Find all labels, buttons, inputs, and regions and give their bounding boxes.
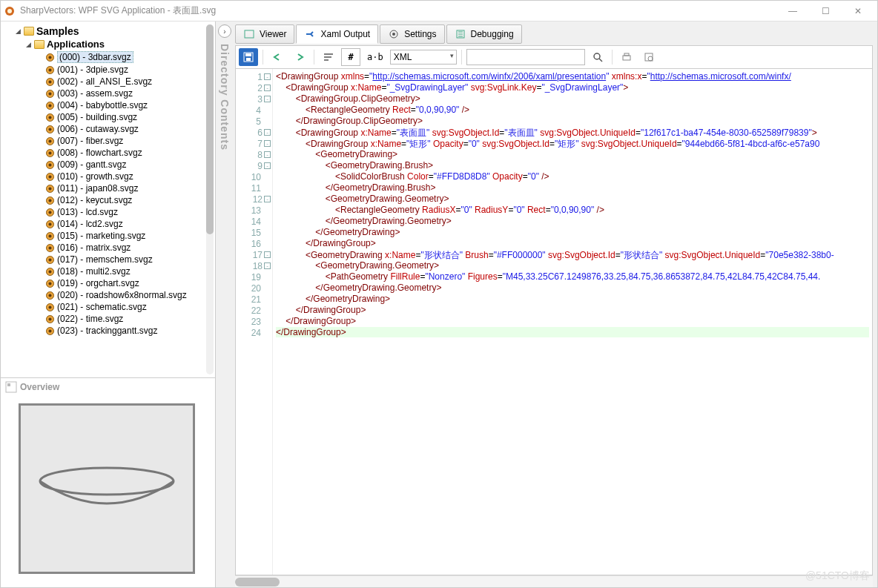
close-button[interactable]: ✕ xyxy=(842,1,874,21)
tree-item[interactable]: (021) - schematic.svgz xyxy=(45,301,212,313)
gear-icon xyxy=(45,219,55,229)
splitter[interactable]: › Directory Contents xyxy=(216,22,234,587)
tree-item[interactable]: (013) - lcd.svgz xyxy=(45,206,212,218)
overview-preview xyxy=(19,403,195,574)
svg-point-27 xyxy=(49,199,52,202)
tree-item[interactable]: (017) - memschem.svgz xyxy=(45,254,212,265)
tree-item-label: (008) - flowchart.svgz xyxy=(57,148,142,158)
gear-icon xyxy=(45,101,55,110)
gear-icon xyxy=(45,77,55,87)
tab-settings[interactable]: Settings xyxy=(380,24,444,44)
svg-rect-63 xyxy=(624,53,629,56)
svg-point-11 xyxy=(49,104,52,107)
tree-item[interactable]: (022) - time.svgz xyxy=(45,313,212,325)
horizontal-scrollbar[interactable] xyxy=(235,575,873,587)
print-button[interactable] xyxy=(617,48,636,66)
fold-icon[interactable]: - xyxy=(264,73,271,80)
fold-icon[interactable]: - xyxy=(264,162,271,169)
fold-icon[interactable]: - xyxy=(264,129,271,136)
tree-item-label: (010) - growth.svgz xyxy=(57,171,133,182)
gear-icon xyxy=(45,172,55,182)
scrollbar-thumb[interactable] xyxy=(235,578,280,587)
svg-point-43 xyxy=(49,294,52,297)
fold-icon[interactable]: - xyxy=(264,262,271,269)
tree-item[interactable]: (020) - roadshow6x8normal.svgz xyxy=(45,289,212,301)
caret-icon[interactable]: ◢ xyxy=(24,41,32,48)
gear-icon xyxy=(45,53,55,62)
svg-point-19 xyxy=(49,151,52,154)
minimize-button[interactable]: — xyxy=(776,1,809,21)
splitter-collapse-icon[interactable]: › xyxy=(218,24,231,38)
tree-item-label: (006) - cutaway.svgz xyxy=(57,124,139,134)
tree-item-label: (017) - memschem.svgz xyxy=(57,254,153,265)
gear-icon xyxy=(45,125,55,134)
svg-rect-51 xyxy=(7,383,10,386)
gear-icon xyxy=(45,314,55,324)
redo-button[interactable] xyxy=(290,48,309,66)
svg-point-13 xyxy=(49,116,52,119)
tree-item[interactable]: (010) - growth.svgz xyxy=(45,171,212,182)
svg-point-49 xyxy=(49,329,52,332)
save-button[interactable] xyxy=(239,48,258,66)
fold-icon[interactable]: - xyxy=(264,196,271,202)
tree-item[interactable]: (016) - matrix.svgz xyxy=(45,242,212,254)
tree-item[interactable]: (015) - marketing.svgz xyxy=(45,230,212,242)
fold-icon[interactable]: - xyxy=(264,251,271,258)
tree-item-label: (009) - gantt.svgz xyxy=(57,159,126,170)
tree-item[interactable]: (000) - 3dbar.svgz xyxy=(45,50,212,64)
tree-item[interactable]: (011) - japan08.svgz xyxy=(45,182,212,194)
tree-apps[interactable]: ◢ Applications xyxy=(24,38,212,50)
tree-item-label: (019) - orgchart.svgz xyxy=(57,278,139,288)
tree-item[interactable]: (005) - building.svgz xyxy=(45,111,212,123)
fold-icon[interactable]: - xyxy=(264,96,271,102)
fold-icon[interactable]: - xyxy=(264,85,271,91)
svg-point-39 xyxy=(49,270,52,273)
undo-button[interactable] xyxy=(268,48,287,66)
caret-icon[interactable]: ◢ xyxy=(14,27,22,35)
fold-icon[interactable]: - xyxy=(264,140,271,147)
tree-item[interactable]: (014) - lcd2.svgz xyxy=(45,218,212,230)
tree-item-label: (012) - keycut.svgz xyxy=(57,195,132,205)
fold-icon[interactable]: - xyxy=(264,151,271,158)
tree-scrollbar[interactable] xyxy=(206,24,214,374)
tree-item[interactable]: (018) - multi2.svgz xyxy=(45,265,212,277)
svg-point-65 xyxy=(648,56,653,61)
tab-icon xyxy=(243,28,255,40)
svg-point-55 xyxy=(392,33,395,36)
language-select[interactable]: XML xyxy=(390,50,457,65)
tree-item[interactable]: (019) - orgchart.svgz xyxy=(45,277,212,289)
wordwrap-button[interactable] xyxy=(319,48,338,66)
search-input[interactable] xyxy=(466,49,585,65)
scrollbar-thumb[interactable] xyxy=(206,24,214,234)
print-preview-button[interactable] xyxy=(639,48,658,66)
svg-point-29 xyxy=(49,211,52,214)
ab-button[interactable]: a·b xyxy=(363,48,387,66)
tab-debugging[interactable]: Debugging xyxy=(446,24,522,44)
svg-point-35 xyxy=(49,246,52,249)
tree-item[interactable]: (006) - cutaway.svgz xyxy=(45,123,212,135)
gear-icon xyxy=(45,326,55,336)
tree-item[interactable]: (002) - all_ANSI_E.svgz xyxy=(45,76,212,87)
maximize-button[interactable]: ☐ xyxy=(809,1,842,21)
tree-root[interactable]: ◢ Samples xyxy=(14,24,212,38)
tab-xaml-output[interactable]: Xaml Output xyxy=(296,24,378,44)
tree-item[interactable]: (003) - assem.svgz xyxy=(45,87,212,99)
tree-item[interactable]: (009) - gantt.svgz xyxy=(45,159,212,171)
number-sign-button[interactable]: # xyxy=(341,48,360,66)
tree-item-label: (005) - building.svgz xyxy=(57,112,137,122)
code-editor[interactable]: 1-2-3-456-7-8-9-101112-1314151617-18-192… xyxy=(235,69,873,575)
code-area[interactable]: <DrawingGroup xmlns="http://schemas.micr… xyxy=(273,69,872,575)
gear-icon xyxy=(45,148,55,158)
tree-item[interactable]: (008) - flowchart.svgz xyxy=(45,147,212,159)
svg-rect-53 xyxy=(245,30,254,38)
search-button[interactable] xyxy=(588,48,607,66)
tree-item[interactable]: (004) - babybottle.svgz xyxy=(45,99,212,111)
tree-item[interactable]: (001) - 3dpie.svgz xyxy=(45,64,212,76)
svg-point-31 xyxy=(49,222,52,225)
overview-title: Overview xyxy=(1,378,215,396)
tab-viewer[interactable]: Viewer xyxy=(235,24,294,44)
tree-item[interactable]: (007) - fiber.svgz xyxy=(45,135,212,147)
tree-item[interactable]: (012) - keycut.svgz xyxy=(45,194,212,206)
tabs: ViewerXaml OutputSettingsDebugging xyxy=(235,23,873,45)
tree-item[interactable]: (023) - trackinggantt.svgz xyxy=(45,325,212,337)
